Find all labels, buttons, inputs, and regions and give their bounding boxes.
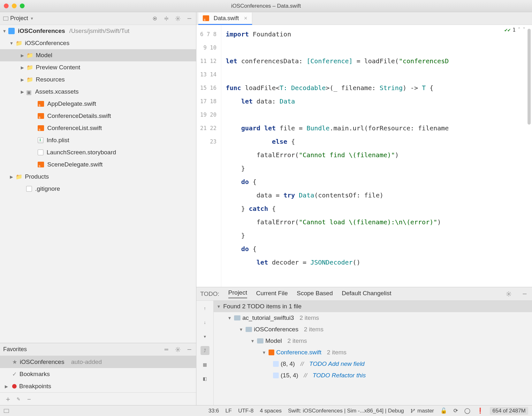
prev-highlight-icon[interactable]: ˆ <box>518 27 521 33</box>
vcs-branch[interactable]: master <box>410 408 434 414</box>
todo-project-row[interactable]: iOSConferences 2 items <box>214 324 532 335</box>
folder-row-iosconferences[interactable]: iOSConferences <box>0 37 196 49</box>
collapse-all-icon[interactable] <box>163 15 170 22</box>
folder-row-resources[interactable]: Resources <box>0 73 196 86</box>
file-encoding[interactable]: UTF-8 <box>238 408 254 414</box>
filter-icon[interactable]: ▾ <box>201 332 209 341</box>
tree-label: Model <box>36 52 52 59</box>
todo-summary-row[interactable]: Found 2 TODO items in 1 file <box>214 301 532 312</box>
caret-position[interactable]: 33:6 <box>209 408 219 414</box>
file-row-appdelegate[interactable]: AppDelegate.swift <box>0 98 196 110</box>
expand-toggle-icon[interactable] <box>20 77 25 82</box>
todo-tab-project[interactable]: Project <box>228 289 247 298</box>
expand-toggle-icon[interactable] <box>2 29 7 34</box>
expand-toggle-icon[interactable] <box>20 53 25 58</box>
locate-icon[interactable] <box>151 15 158 22</box>
gear-icon[interactable] <box>174 15 181 22</box>
todo-tab-current[interactable]: Current File <box>256 290 288 298</box>
folder-row-preview-content[interactable]: Preview Content <box>0 61 196 73</box>
favorite-row-breakpoints[interactable]: Breakpoints <box>0 380 196 392</box>
project-panel-title[interactable]: Project ▼ <box>3 15 149 22</box>
hide-panel-icon[interactable] <box>521 290 528 297</box>
next-highlight-icon[interactable]: ˇ <box>522 27 526 33</box>
collapse-all-icon[interactable] <box>163 346 170 353</box>
line-separator[interactable]: LF <box>225 408 232 414</box>
todo-tab-changelist[interactable]: Default Changelist <box>342 290 391 298</box>
traffic-minimize-button[interactable] <box>12 4 17 8</box>
sync-icon[interactable]: ⟳ <box>453 407 458 414</box>
editor-inspection-widget[interactable]: ✔✔ 1 ˆ ˇ <box>505 27 526 33</box>
svg-point-6 <box>411 412 412 412</box>
folder-row-assets[interactable]: Assets.xcassets <box>0 86 196 98</box>
todo-item-row[interactable]: (8, 4) // TODO Add new field <box>214 358 532 370</box>
expand-toggle-icon[interactable] <box>20 65 25 70</box>
group-icon[interactable]: ▦ <box>201 360 209 369</box>
todo-node-label: ac_tutorial_swiftui3 <box>242 314 294 321</box>
project-tree[interactable]: iOSConferences /Users/jsmith/Swift/Tut i… <box>0 25 196 343</box>
favorite-label: iOSConferences <box>20 358 64 366</box>
project-root-row[interactable]: iOSConferences /Users/jsmith/Swift/Tut <box>0 25 196 37</box>
expand-toggle-icon[interactable] <box>262 350 267 355</box>
autoscroll-icon[interactable]: ⤴ <box>201 346 209 355</box>
expand-toggle-icon[interactable] <box>20 89 25 94</box>
vertical-scrollbar[interactable] <box>528 29 531 125</box>
run-config[interactable]: Swift: iOSConferences | Sim -...x86_64] … <box>288 408 404 414</box>
memory-indicator[interactable]: 654 of 2487M <box>490 407 528 415</box>
todo-item-icon <box>273 373 279 378</box>
folder-row-products[interactable]: Products <box>0 171 196 183</box>
expand-toggle-icon[interactable] <box>216 304 221 309</box>
gear-icon[interactable] <box>174 346 181 353</box>
chevron-down-icon: ▼ <box>30 16 34 21</box>
tool-windows-toggle[interactable] <box>4 409 9 413</box>
expand-toggle-icon[interactable] <box>3 384 10 389</box>
expand-toggle-icon[interactable] <box>9 41 14 46</box>
file-row-conferencelist[interactable]: ConferenceList.swift <box>0 122 196 134</box>
close-tab-icon[interactable] <box>244 15 247 22</box>
editor-code-area[interactable]: import Foundation let conferencesData: [… <box>221 25 532 287</box>
preview-icon[interactable]: ◧ <box>201 374 209 383</box>
todo-item-text: TODO Add new field <box>309 360 364 367</box>
folder-row-model[interactable]: Model <box>0 49 196 61</box>
expand-toggle-icon[interactable] <box>227 316 232 320</box>
branch-icon <box>410 408 415 413</box>
lock-icon[interactable]: 🔓 <box>440 407 447 414</box>
favorite-row-bookmarks[interactable]: Bookmarks <box>0 368 196 380</box>
file-row-conferencedetails[interactable]: ConferenceDetails.swift <box>0 110 196 122</box>
hide-panel-icon[interactable] <box>186 346 193 353</box>
expand-toggle-icon[interactable] <box>250 339 255 343</box>
chat-icon[interactable]: ◯ <box>464 407 470 414</box>
traffic-close-button[interactable] <box>4 4 9 8</box>
todo-module-row[interactable]: ac_tutorial_swiftui3 2 items <box>214 312 532 324</box>
remove-favorite-button[interactable]: － <box>26 394 33 404</box>
assets-icon <box>26 89 32 95</box>
indent-settings[interactable]: 4 spaces <box>260 408 282 414</box>
traffic-zoom-button[interactable] <box>20 4 25 8</box>
notifications-icon[interactable]: ❗ <box>477 407 483 414</box>
file-row-gitignore[interactable]: .gitignore <box>0 183 196 195</box>
todo-file-row[interactable]: Conference.swift 2 items <box>214 347 532 358</box>
arrow-down-icon[interactable]: ↓ <box>201 318 209 327</box>
hide-panel-icon[interactable] <box>186 15 193 22</box>
tree-label: AppDelegate.swift <box>47 100 96 107</box>
editor-gutter[interactable]: 6 7 8 9 10 11 12 13 14 15 16 17 18 19 20… <box>196 25 221 287</box>
arrow-up-icon[interactable]: ↑ <box>201 304 209 313</box>
todo-label: TODO: <box>200 290 219 297</box>
expand-toggle-icon[interactable] <box>239 327 244 332</box>
project-path: /Users/jsmith/Swift/Tut <box>69 27 129 35</box>
code-editor[interactable]: 6 7 8 9 10 11 12 13 14 15 16 17 18 19 20… <box>196 25 532 287</box>
todo-folder-row[interactable]: Model 2 items <box>214 335 532 347</box>
favorite-row-iosconferences[interactable]: iOSConferences auto-added <box>0 356 196 368</box>
file-row-scenedelegate[interactable]: SceneDelegate.swift <box>0 158 196 171</box>
gear-icon[interactable] <box>505 290 512 297</box>
todo-tree[interactable]: Found 2 TODO items in 1 file ac_tutorial… <box>214 301 532 405</box>
todo-item-row[interactable]: (15, 4) // TODO Refactor this <box>214 370 532 381</box>
todo-tab-scope[interactable]: Scope Based <box>297 290 333 298</box>
file-row-launchscreen[interactable]: LaunchScreen.storyboard <box>0 146 196 158</box>
add-favorite-button[interactable]: ＋ <box>4 394 11 404</box>
svg-point-5 <box>411 409 412 410</box>
file-row-infoplist[interactable]: Info.plist <box>0 134 196 146</box>
edit-favorite-button[interactable]: ✎ <box>17 397 20 402</box>
editor-tab-data-swift[interactable]: Data.swift <box>198 12 252 25</box>
expand-toggle-icon[interactable] <box>9 174 14 179</box>
tree-label: ConferenceDetails.swift <box>47 112 111 119</box>
